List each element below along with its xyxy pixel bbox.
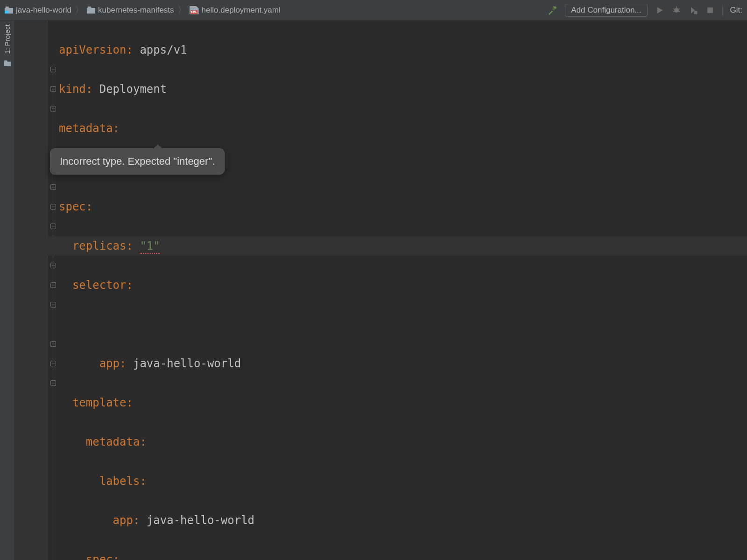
breadcrumb-file-label: hello.deployment.yaml (202, 6, 281, 15)
build-hammer-icon[interactable] (547, 5, 557, 15)
breadcrumb-file[interactable]: hello.deployment.yaml (190, 6, 281, 15)
editor-gutter[interactable] (15, 21, 48, 560)
module-folder-icon (5, 7, 13, 14)
run-icon[interactable] (655, 6, 664, 15)
svg-rect-1 (707, 7, 713, 13)
run-with-coverage-icon[interactable] (689, 6, 698, 15)
fold-toggle-icon[interactable] (50, 184, 56, 190)
debug-bug-icon[interactable] (672, 6, 681, 15)
code-line[interactable]: metadata: (59, 119, 747, 138)
fold-toggle-icon[interactable] (50, 263, 56, 268)
fold-toggle-icon[interactable] (50, 302, 56, 308)
fold-toggle-icon[interactable] (50, 341, 56, 347)
yaml-file-icon (190, 6, 199, 14)
code-line[interactable]: metadata: (59, 432, 747, 452)
fold-toggle-icon[interactable] (50, 86, 56, 92)
topbar: java-hello-world 〉 kubernetes-manifests … (0, 0, 747, 21)
run-configuration-selector[interactable]: Add Configuration... (565, 4, 647, 17)
left-tool-stripe: 1: Project (0, 21, 15, 560)
breadcrumb-separator: 〉 (178, 5, 186, 15)
breadcrumb-root[interactable]: java-hello-world (5, 6, 71, 15)
code-line[interactable]: spec: (59, 197, 747, 217)
config-button-label: Add Configuration... (571, 6, 641, 14)
code-line[interactable]: template: (59, 393, 747, 413)
project-tool-window-tab[interactable]: 1: Project (3, 24, 11, 54)
code-line[interactable]: kind: Deployment (59, 79, 747, 99)
folder-icon (87, 7, 95, 14)
code-line[interactable]: selector: (59, 275, 747, 295)
fold-toggle-icon[interactable] (50, 106, 56, 112)
project-tab-label: 1: Project (3, 24, 11, 54)
code-line[interactable]: apiVersion: apps/v1 (59, 40, 747, 60)
error-tooltip: Incorrect type. Expected "integer". (50, 148, 225, 175)
fold-toggle-icon[interactable] (50, 282, 56, 288)
breadcrumb-separator: 〉 (75, 5, 83, 15)
code-line[interactable]: spec: (59, 550, 747, 560)
code-area[interactable]: apiVersion: apps/v1 kind: Deployment met… (59, 21, 747, 560)
code-line[interactable]: labels: (59, 471, 747, 491)
breadcrumb-folder-label: kubernetes-manifests (98, 6, 174, 15)
editor[interactable]: apiVersion: apps/v1 kind: Deployment met… (15, 21, 747, 560)
error-span[interactable]: "1" (140, 239, 160, 254)
breadcrumb-folder[interactable]: kubernetes-manifests (87, 6, 174, 15)
fold-toggle-icon[interactable] (50, 380, 56, 386)
error-tooltip-text: Incorrect type. Expected "integer". (60, 155, 215, 167)
code-line-current[interactable]: replicas: "1" (59, 236, 747, 256)
stop-icon[interactable] (705, 6, 715, 15)
breadcrumb: java-hello-world 〉 kubernetes-manifests … (5, 5, 547, 15)
fold-toggle-icon[interactable] (50, 224, 56, 229)
fold-column[interactable] (48, 21, 59, 560)
code-line[interactable]: app: java-hello-world (59, 354, 747, 373)
code-line[interactable]: app: java-hello-world (59, 511, 747, 530)
git-label[interactable]: Git: (730, 6, 742, 15)
fold-toggle-icon[interactable] (50, 361, 56, 366)
fold-toggle-icon[interactable] (50, 204, 56, 210)
fold-toggle-icon[interactable] (50, 67, 56, 72)
breadcrumb-root-label: java-hello-world (16, 6, 71, 15)
folder-icon (4, 60, 11, 66)
code-line[interactable] (59, 315, 747, 334)
toolbar-divider (722, 5, 723, 16)
svg-point-0 (674, 8, 679, 13)
toolbar-right: Add Configuration... Git: (547, 4, 742, 17)
